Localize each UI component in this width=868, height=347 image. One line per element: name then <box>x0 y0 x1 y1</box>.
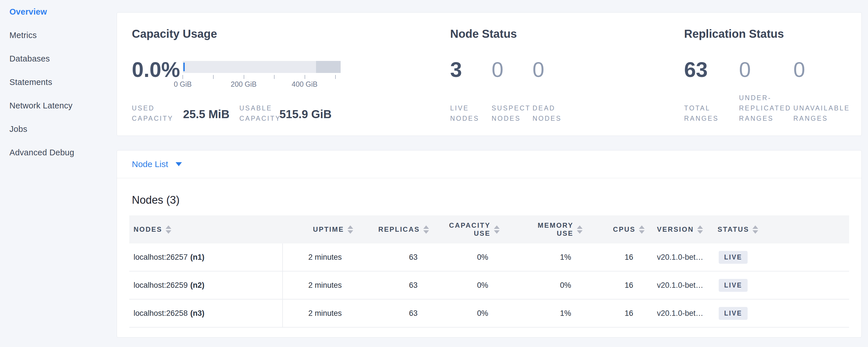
column-header-cpus[interactable]: CPUS <box>584 215 646 244</box>
sidebar-item-metrics[interactable]: Metrics <box>0 24 113 47</box>
sidebar-item-network-latency[interactable]: Network Latency <box>0 94 113 117</box>
table-row[interactable]: localhost:26259 (n2) 2 minutes 63 0% 0% … <box>129 272 849 299</box>
replication-status-section: Replication Status 63 0 0 TOTAL RANGES U… <box>684 12 861 135</box>
node-address-cell[interactable]: localhost:26258 (n3) <box>129 299 282 327</box>
uptime-cell: 2 minutes <box>282 244 355 271</box>
column-header-version[interactable]: VERSION <box>646 215 707 244</box>
axis-tick <box>305 75 305 79</box>
sidebar-item-jobs[interactable]: Jobs <box>0 117 113 141</box>
sort-icon <box>347 225 353 234</box>
live-nodes-count: 3 <box>450 58 462 81</box>
column-header-status[interactable]: STATUS <box>707 215 849 244</box>
capacity-used-marker <box>183 63 185 71</box>
column-header-capacity-use[interactable]: CAPACITY USE <box>431 215 501 244</box>
capacity-gauge <box>183 61 341 73</box>
memory-use-cell: 0% <box>501 272 584 299</box>
version-cell: v20.1.0-bet… <box>646 244 707 271</box>
capacity-usage-title: Capacity Usage <box>132 28 217 40</box>
unavailable-ranges-label: UNAVAILABLE RANGES <box>793 103 856 124</box>
axis-tick-label: 0 GiB <box>163 80 203 88</box>
replication-status-title: Replication Status <box>684 28 784 40</box>
capacity-usage-section: Capacity Usage 0.0% 0 GiB 200 GiB 400 Gi… <box>132 12 455 135</box>
sort-icon <box>165 225 171 234</box>
capacity-use-cell: 0% <box>431 299 501 327</box>
version-cell: v20.1.0-bet… <box>646 272 707 299</box>
status-cell: LIVE <box>707 272 849 299</box>
total-ranges-label: TOTAL RANGES <box>684 103 730 124</box>
axis-tick <box>183 75 183 79</box>
uptime-cell: 2 minutes <box>282 299 355 327</box>
axis-tick-label: 400 GiB <box>285 80 324 88</box>
sidebar-item-advanced-debug[interactable]: Advanced Debug <box>0 141 113 164</box>
axis-tick <box>213 75 214 79</box>
node-list-card: Node List Nodes (3) NODES UPTIME REPLICA… <box>117 150 862 338</box>
node-id: (n2) <box>190 281 205 290</box>
table-row[interactable]: localhost:26258 (n3) 2 minutes 63 0% 1% … <box>129 299 849 327</box>
suspect-nodes-label: SUSPECT NODES <box>492 103 532 124</box>
status-badge: LIVE <box>719 307 748 320</box>
view-selector-row: Node List <box>117 151 861 178</box>
under-replicated-ranges-count: 0 <box>739 58 751 81</box>
usable-capacity-value: 515.9 GiB <box>279 108 332 121</box>
axis-tick-label: 200 GiB <box>224 80 264 88</box>
capacity-use-cell: 0% <box>431 272 501 299</box>
column-header-nodes[interactable]: NODES <box>129 215 282 244</box>
sidebar-item-statements[interactable]: Statements <box>0 70 113 94</box>
node-list-dropdown-label: Node List <box>132 159 168 169</box>
capacity-gauge-reserved-segment <box>316 61 341 73</box>
node-id: (n1) <box>190 253 205 262</box>
table-header-row: NODES UPTIME REPLICAS CAPACITY USE MEMOR… <box>129 215 849 244</box>
cluster-summary-card: Capacity Usage 0.0% 0 GiB 200 GiB 400 Gi… <box>117 12 862 136</box>
sort-icon <box>697 225 703 234</box>
column-header-replicas[interactable]: REPLICAS <box>355 215 431 244</box>
status-badge: LIVE <box>719 251 748 264</box>
status-cell: LIVE <box>707 299 849 327</box>
node-address-cell[interactable]: localhost:26259 (n2) <box>129 272 282 299</box>
memory-use-cell: 1% <box>501 299 584 327</box>
column-header-memory-use[interactable]: MEMORY USE <box>501 215 584 244</box>
uptime-cell: 2 minutes <box>282 272 355 299</box>
replicas-cell: 63 <box>355 244 431 271</box>
sidebar: Overview Metrics Databases Statements Ne… <box>0 0 113 347</box>
nodes-section-title: Nodes (3) <box>132 194 180 206</box>
used-capacity-value: 25.5 MiB <box>183 108 229 121</box>
sidebar-item-overview[interactable]: Overview <box>0 0 113 24</box>
capacity-use-cell: 0% <box>431 244 501 271</box>
axis-tick <box>244 75 244 79</box>
live-nodes-label: LIVE NODES <box>450 103 490 124</box>
sort-icon <box>752 225 758 234</box>
suspect-nodes-count: 0 <box>492 58 503 81</box>
memory-use-cell: 1% <box>501 244 584 271</box>
sort-icon <box>639 225 645 234</box>
sidebar-item-databases[interactable]: Databases <box>0 47 113 70</box>
status-cell: LIVE <box>707 244 849 271</box>
dead-nodes-label: DEAD NODES <box>532 103 572 124</box>
unavailable-ranges-count: 0 <box>793 58 805 81</box>
node-address-cell[interactable]: localhost:26257 (n1) <box>129 244 282 271</box>
node-status-section: Node Status 3 0 0 LIVE NODES SUSPECT NOD… <box>450 12 673 135</box>
version-cell: v20.1.0-bet… <box>646 299 707 327</box>
cpus-cell: 16 <box>584 272 646 299</box>
dead-nodes-count: 0 <box>532 58 544 81</box>
node-status-title: Node Status <box>450 28 517 40</box>
table-row[interactable]: localhost:26257 (n1) 2 minutes 63 0% 1% … <box>129 244 849 272</box>
axis-tick <box>335 75 336 79</box>
node-id: (n3) <box>190 309 205 318</box>
cpus-cell: 16 <box>584 299 646 327</box>
sort-icon <box>494 225 500 234</box>
nodes-table: NODES UPTIME REPLICAS CAPACITY USE MEMOR… <box>129 215 849 327</box>
used-capacity-label: USED CAPACITY <box>132 103 182 124</box>
axis-tick <box>274 75 275 79</box>
node-list-dropdown[interactable]: Node List <box>132 159 182 169</box>
status-badge: LIVE <box>719 279 748 292</box>
capacity-used-percent: 0.0% <box>132 58 180 81</box>
sort-icon <box>423 225 429 234</box>
cpus-cell: 16 <box>584 244 646 271</box>
sort-icon <box>577 225 583 234</box>
total-ranges-count: 63 <box>684 58 708 81</box>
chevron-down-icon <box>176 162 182 166</box>
replicas-cell: 63 <box>355 299 431 327</box>
replicas-cell: 63 <box>355 272 431 299</box>
column-header-uptime[interactable]: UPTIME <box>282 215 355 244</box>
under-replicated-ranges-label: UNDER-REPLICATED RANGES <box>739 93 796 124</box>
